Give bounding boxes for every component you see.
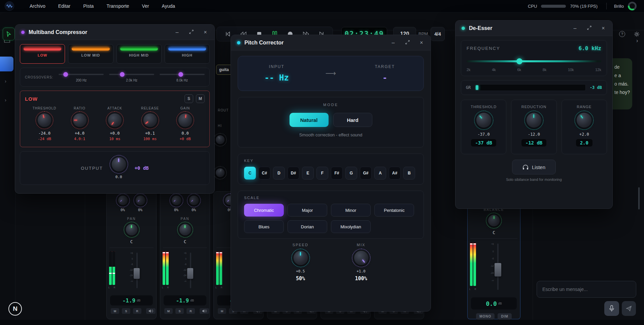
- compressor-knob[interactable]: [178, 113, 192, 127]
- compressor-knob[interactable]: [73, 113, 87, 127]
- close-button[interactable]: ×: [600, 25, 606, 31]
- fader-handle[interactable]: [187, 268, 193, 279]
- minimize-button[interactable]: –: [572, 25, 578, 31]
- mode-button[interactable]: Hard: [333, 113, 372, 127]
- key-button[interactable]: E: [302, 167, 314, 180]
- crossover-handle[interactable]: [63, 72, 68, 77]
- sidebar-expand-chevron[interactable]: ›: [5, 78, 6, 84]
- maximize-button[interactable]: [404, 40, 410, 46]
- speaker-button[interactable]: [146, 308, 156, 314]
- crossover-slider[interactable]: 8.0k Hz: [160, 71, 205, 83]
- send-knob-2[interactable]: [136, 196, 145, 205]
- de-esser-knob[interactable]: [476, 113, 491, 128]
- key-button[interactable]: F#: [331, 167, 343, 180]
- send-knob-1[interactable]: [172, 196, 181, 205]
- key-button[interactable]: D#: [287, 167, 299, 180]
- window-header[interactable]: Pitch Corrector – ×: [231, 35, 431, 51]
- key-button[interactable]: F: [316, 167, 328, 180]
- channel-state-button[interactable]: R: [133, 308, 141, 314]
- key-button[interactable]: A#: [389, 167, 401, 180]
- help-icon-right[interactable]: ?: [617, 28, 627, 40]
- key-button[interactable]: C: [244, 167, 256, 180]
- maximize-button[interactable]: [188, 29, 194, 35]
- speed-knob[interactable]: [294, 251, 308, 265]
- send-knob-1[interactable]: [118, 196, 128, 205]
- scale-button[interactable]: Mixolydian: [331, 220, 371, 233]
- de-esser-knob[interactable]: [577, 113, 591, 128]
- channel-state-button[interactable]: R: [187, 308, 195, 314]
- close-button[interactable]: ×: [418, 40, 425, 46]
- inspector-knob-2[interactable]: [216, 168, 225, 177]
- channel-state-button[interactable]: M: [164, 308, 173, 314]
- sidebar-expand-chevron-2[interactable]: ›: [5, 97, 6, 103]
- compressor-knob[interactable]: [38, 113, 51, 127]
- inspector-knob[interactable]: [216, 135, 225, 144]
- compressor-knob[interactable]: [143, 113, 157, 127]
- scale-button[interactable]: Blues: [244, 220, 284, 233]
- key-button[interactable]: D: [273, 167, 285, 180]
- crossover-slider[interactable]: 2.0k Hz: [109, 71, 154, 83]
- brightness-knob[interactable]: [628, 2, 637, 10]
- pan-knob[interactable]: [179, 224, 191, 235]
- track-color-tab[interactable]: [0, 57, 13, 71]
- fader-handle[interactable]: [134, 268, 140, 279]
- scale-button[interactable]: Minor: [331, 204, 371, 217]
- menu-item[interactable]: Archivo: [30, 3, 45, 9]
- crossover-handle[interactable]: [178, 72, 183, 77]
- band-select-button[interactable]: HIGH: [165, 44, 210, 64]
- listen-button[interactable]: Listen: [512, 160, 556, 174]
- de-esser-knob[interactable]: [527, 113, 541, 128]
- mono-button[interactable]: MONO: [476, 313, 495, 320]
- output-knob[interactable]: [112, 157, 126, 171]
- key-button[interactable]: C#: [259, 167, 270, 180]
- maximize-button[interactable]: [586, 25, 592, 31]
- key-button[interactable]: A: [374, 167, 386, 180]
- scale-button[interactable]: Dorian: [287, 220, 327, 233]
- channel-state-button[interactable]: M: [218, 308, 226, 314]
- minimize-button[interactable]: –: [390, 40, 396, 46]
- band-select-button[interactable]: HIGH MID: [116, 44, 162, 64]
- crossover-slider[interactable]: 200 Hz: [59, 71, 104, 83]
- speaker-button[interactable]: [200, 308, 209, 314]
- settings-gear-icon[interactable]: [632, 28, 642, 40]
- menu-item[interactable]: Pista: [83, 3, 94, 9]
- channel-state-button[interactable]: S: [122, 308, 130, 314]
- menu-item[interactable]: Editar: [58, 3, 71, 9]
- channel-state-button[interactable]: M: [111, 308, 119, 314]
- select-tool-button[interactable]: [3, 28, 15, 40]
- compressor-knob[interactable]: [108, 113, 122, 127]
- menu-item[interactable]: Transporte: [106, 3, 129, 9]
- band-select-button[interactable]: LOW MID: [68, 44, 113, 64]
- key-button[interactable]: G: [345, 167, 357, 180]
- frequency-handle[interactable]: [516, 58, 522, 64]
- mode-button[interactable]: Natural: [290, 113, 329, 127]
- notification-badge-button[interactable]: N: [8, 302, 22, 316]
- band-select-button[interactable]: LOW: [20, 44, 65, 64]
- crossover-handle[interactable]: [120, 72, 125, 77]
- scale-button[interactable]: Pentatonic: [374, 204, 414, 217]
- channel-state-button[interactable]: S: [175, 308, 184, 314]
- master-fader-handle[interactable]: [495, 263, 501, 277]
- chat-scrollbar[interactable]: [638, 187, 640, 209]
- key-button[interactable]: G#: [360, 167, 372, 180]
- close-button[interactable]: ×: [202, 29, 208, 35]
- pan-knob[interactable]: [126, 224, 137, 235]
- scale-button[interactable]: Major: [287, 204, 327, 217]
- balance-knob[interactable]: [488, 215, 500, 226]
- frequency-slider[interactable]: [467, 58, 601, 64]
- send-knob-2[interactable]: [189, 196, 199, 205]
- solo-button[interactable]: S: [184, 94, 193, 103]
- chat-message-input[interactable]: Escribe un mensaje...: [537, 281, 636, 298]
- menu-item[interactable]: Ayuda: [162, 3, 175, 9]
- scale-button[interactable]: Chromatic: [244, 204, 284, 217]
- dim-button[interactable]: DIM: [498, 313, 511, 320]
- time-signature-button[interactable]: 4/4: [431, 27, 445, 41]
- mix-knob[interactable]: [354, 251, 368, 265]
- window-header[interactable]: Multiband Compressor – ×: [15, 25, 214, 40]
- minimize-button[interactable]: –: [174, 29, 180, 35]
- key-button[interactable]: B: [403, 167, 415, 180]
- window-header[interactable]: De-Esser – ×: [455, 21, 612, 36]
- menu-item[interactable]: Ver: [142, 3, 149, 9]
- send-message-button[interactable]: [622, 301, 636, 316]
- microphone-button[interactable]: [604, 301, 619, 316]
